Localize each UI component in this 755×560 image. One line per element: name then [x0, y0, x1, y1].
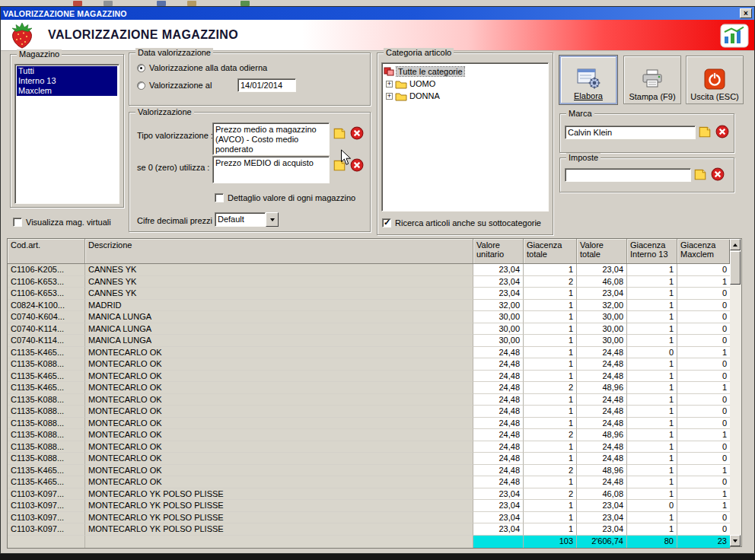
expand-icon[interactable]: +: [386, 81, 393, 88]
table-cell: 24,48: [577, 441, 627, 453]
background-window-edge: [0, 0, 755, 6]
se-zero-utilizza-input[interactable]: Prezzo MEDIO di acquisto: [212, 156, 330, 183]
checkbox-box[interactable]: [382, 218, 391, 228]
list-item-maxclem[interactable]: Maxclem: [17, 86, 117, 96]
table-row[interactable]: C0740-K114...MANICA LUNGA30,00130,0010: [8, 335, 729, 347]
table-cell: 1: [524, 523, 577, 536]
visualizza-virtuali-checkbox[interactable]: Visualizza mag. virtuali: [13, 218, 111, 227]
table-row[interactable]: C1135-K088...MONTECARLO OK24,48248,9611: [8, 429, 729, 441]
column-header[interactable]: Giacenza totale: [524, 239, 577, 263]
totals-cell: 23: [677, 536, 731, 548]
table-cell: MONTECARLO YK POLSO PLISSE: [85, 488, 473, 501]
table-cell: 23,04: [473, 500, 524, 512]
table-row[interactable]: C1135-K465...MONTECARLO OK24,48124,4810: [8, 476, 729, 488]
close-button[interactable]: ×: [740, 8, 752, 18]
table-cell: 23,04: [473, 264, 524, 276]
column-header[interactable]: Giacenza Interno 13: [627, 239, 677, 263]
valorizzazione-odierna-radio[interactable]: Valorizzazione alla data odierna: [137, 63, 267, 72]
valorizzazione-al-radio[interactable]: Valorizzazione al: [137, 81, 212, 90]
tipo-valorizzazione-input[interactable]: Prezzo medio a magazzino (AVCO) - Costo …: [212, 123, 330, 155]
list-item-interno-13[interactable]: Interno 13: [17, 76, 117, 86]
scroll-up-icon[interactable]: [730, 239, 741, 250]
table-row[interactable]: C1106-K653...CANNES YK23,04123,0410: [8, 288, 729, 300]
checkbox-box[interactable]: [215, 193, 224, 202]
tree-node-label[interactable]: UOMO: [409, 79, 435, 88]
table-cell: C1106-K653...: [8, 276, 85, 288]
table-row[interactable]: C1135-K088...MONTECARLO OK24,48124,4810: [8, 406, 729, 418]
column-header[interactable]: Giacenza Maxclem: [677, 239, 731, 263]
table-row[interactable]: C1135-K088...MONTECARLO OK24,48124,4810: [8, 394, 729, 406]
table-row[interactable]: C1103-K097...MONTECARLO YK POLSO PLISSE2…: [8, 488, 729, 501]
table-cell: C1135-K088...: [8, 406, 85, 418]
table-row[interactable]: C0824-K100...MADRID32,00132,0010: [8, 300, 729, 312]
table-cell: 1: [524, 288, 577, 300]
table-cell: 0: [677, 394, 731, 406]
table-cell: 24,48: [577, 453, 627, 465]
scrollbar-thumb[interactable]: [730, 251, 741, 285]
marca-clear-button[interactable]: [715, 124, 730, 139]
table-cell: 24,48: [473, 453, 524, 465]
se-zero-utilizza-clear-button[interactable]: [349, 158, 365, 173]
table-row[interactable]: C0740-K114...MANICA LUNGA30,00130,0010: [8, 323, 729, 336]
table-row[interactable]: C1135-K465...MONTECARLO OK24,48124,4810: [8, 371, 729, 383]
cifre-decimali-select[interactable]: Default: [215, 212, 279, 227]
column-header[interactable]: Valore unitario: [473, 239, 524, 263]
tree-node-root[interactable]: Tutte le categorie: [384, 65, 546, 78]
column-header[interactable]: Cod.art.: [8, 239, 85, 263]
marca-input[interactable]: Calvin Klein: [565, 126, 696, 139]
tree-node-label[interactable]: DONNA: [409, 91, 440, 100]
imposte-clear-button[interactable]: [710, 167, 725, 182]
table-cell: 2: [524, 429, 577, 441]
chevron-down-icon[interactable]: [266, 212, 279, 227]
table-cell: 30,00: [577, 323, 627, 336]
tree-node-uomo[interactable]: + UOMO: [384, 78, 546, 90]
title-bar[interactable]: VALORIZZAZIONE MAGAZZINO ×: [1, 7, 754, 20]
table-cell: 0: [627, 347, 677, 359]
categoria-tree[interactable]: Tutte le categorie + UOMO + DONNA: [381, 62, 549, 212]
valorizzazione-date-input[interactable]: 14/01/2014: [237, 78, 296, 92]
checkbox-box[interactable]: [13, 218, 22, 227]
table-row[interactable]: C1106-K205...CANNES YK23,04123,0410: [8, 264, 729, 276]
table-row[interactable]: C1135-K088...MONTECARLO OK24,48124,4810: [8, 441, 729, 453]
printer-icon: [640, 68, 664, 90]
sottocategorie-checkbox[interactable]: Ricerca articoli anche su sottocategorie: [382, 218, 541, 228]
list-item-tutti[interactable]: Tutti: [17, 66, 117, 76]
imposte-open-button[interactable]: [693, 167, 708, 182]
magazzino-listbox[interactable]: Tutti Interno 13 Maxclem: [14, 64, 119, 204]
tipo-valorizzazione-open-button[interactable]: [332, 126, 347, 141]
table-cell: MONTECARLO OK: [85, 347, 473, 359]
scroll-down-icon[interactable]: [730, 535, 741, 546]
stampa-button[interactable]: Stampa (F9): [623, 56, 681, 104]
table-vertical-scrollbar[interactable]: [730, 238, 742, 547]
expand-icon[interactable]: +: [386, 93, 393, 100]
elabora-button[interactable]: Elabora: [559, 56, 617, 104]
folder-icon: [395, 91, 407, 101]
table-row[interactable]: C1135-K465...MONTECARLO OK24,48248,9611: [8, 465, 729, 477]
radio-button[interactable]: [137, 81, 145, 90]
tree-node-donna[interactable]: + DONNA: [384, 90, 546, 102]
table-row[interactable]: C1103-K097...MONTECARLO YK POLSO PLISSE2…: [8, 512, 729, 524]
select-value: Default: [215, 212, 266, 227]
tipo-valorizzazione-clear-button[interactable]: [349, 126, 365, 141]
cifre-decimali-label: Cifre decimali prezzi :: [137, 216, 217, 225]
uscita-button[interactable]: Uscita (ESC): [686, 56, 744, 104]
column-header[interactable]: Descrizione: [85, 239, 473, 263]
table-row[interactable]: C0740-K604...MANICA LUNGA30,00130,0010: [8, 311, 729, 323]
table-row[interactable]: C1135-K088...MONTECARLO OK24,48124,4810: [8, 418, 729, 430]
column-header[interactable]: Valore totale: [577, 239, 627, 263]
table-row[interactable]: C1135-K088...MONTECARLO OK24,48124,4810: [8, 453, 729, 465]
table-row[interactable]: C1103-K097...MONTECARLO YK POLSO PLISSE2…: [8, 500, 729, 512]
table-row[interactable]: C1135-K465...MONTECARLO OK24,48248,9611: [8, 382, 729, 394]
table-row[interactable]: C1135-K088...MONTECARLO OK24,48124,4810: [8, 358, 729, 371]
marca-open-button[interactable]: [697, 124, 712, 139]
table-row[interactable]: C1135-K465...MONTECARLO OK24,48124,4801: [8, 347, 729, 359]
imposte-input[interactable]: [565, 168, 691, 182]
table-cell: C0824-K100...: [8, 300, 85, 312]
tree-node-label[interactable]: Tutte le categorie: [397, 67, 464, 76]
table-row[interactable]: C1106-K653...CANNES YK23,04246,0811: [8, 276, 729, 288]
dettaglio-valore-checkbox[interactable]: Dettaglio valore di ogni magazzino: [215, 193, 355, 202]
table-cell: 1: [627, 465, 677, 477]
radio-button[interactable]: [137, 64, 145, 72]
background-toolbar-icon: [157, 1, 166, 6]
table-row[interactable]: C1103-K097...MONTECARLO YK POLSO PLISSE2…: [8, 523, 729, 536]
